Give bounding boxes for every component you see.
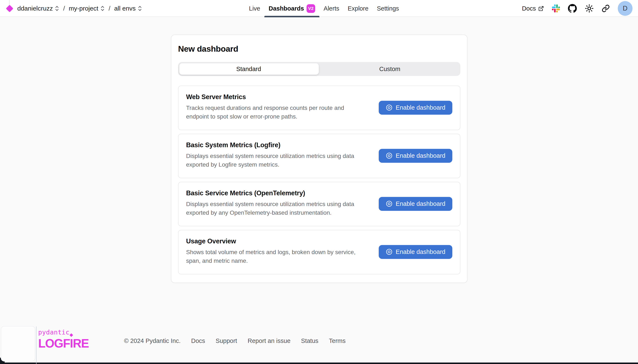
logfire-wordmark: LOGFIRE — [38, 338, 89, 350]
user-avatar-letter: D — [623, 5, 627, 12]
nav-tab-dashboards-label: Dashboards — [269, 5, 304, 12]
template-description: Displays essential system resource utili… — [186, 152, 376, 169]
nav-tab-settings-label: Settings — [377, 5, 399, 12]
eye-circle-icon — [386, 200, 393, 207]
docs-link-label: Docs — [522, 5, 536, 12]
footer-link-docs[interactable]: Docs — [191, 338, 205, 344]
breadcrumb-env-selector[interactable]: all envs — [114, 5, 142, 12]
nav-tab-live[interactable]: Live — [245, 0, 264, 17]
enable-dashboard-button[interactable]: Enable dashboard — [379, 100, 452, 114]
footer-link-status[interactable]: Status — [301, 338, 318, 344]
template-title: Basic System Metrics (Logfire) — [186, 141, 452, 149]
chevron-up-down-icon — [55, 5, 59, 12]
nav-tab-explore[interactable]: Explore — [343, 0, 373, 17]
breadcrumb-project-selector[interactable]: my-project — [69, 5, 105, 12]
topbar-right-cluster: Docs D — [522, 0, 632, 17]
nav-tab-explore-label: Explore — [348, 5, 368, 12]
docs-link[interactable]: Docs — [522, 5, 544, 12]
enable-dashboard-button[interactable]: Enable dashboard — [379, 245, 452, 259]
eye-circle-icon — [386, 152, 393, 159]
footer-copyright: © 2024 Pydantic Inc. — [124, 338, 181, 344]
template-card-web-server-metrics: Web Server Metrics Tracks request durati… — [178, 86, 460, 130]
logfire-wordmark-right: RE — [73, 338, 89, 350]
dashboard-template-list: Web Server Metrics Tracks request durati… — [178, 86, 460, 274]
footer-links: © 2024 Pydantic Inc. Docs Support Report… — [124, 338, 346, 344]
breadcrumb-env-label: all envs — [114, 5, 136, 12]
user-avatar[interactable]: D — [618, 1, 632, 16]
theme-sun-icon[interactable] — [585, 4, 594, 13]
chevron-up-down-icon — [100, 5, 105, 12]
footer-link-support[interactable]: Support — [216, 338, 237, 344]
template-description: Displays essential system resource utili… — [186, 200, 376, 217]
template-title: Basic Service Metrics (OpenTelemetry) — [186, 190, 452, 197]
page-title: New dashboard — [178, 44, 460, 54]
chevron-up-down-icon — [138, 5, 142, 12]
dashboard-type-toggle: Standard Custom — [178, 62, 460, 76]
footer-dark-strip — [0, 362, 638, 364]
footer-link-report-an-issue[interactable]: Report an issue — [248, 338, 291, 344]
template-card-basic-system-metrics: Basic System Metrics (Logfire) Displays … — [178, 134, 460, 178]
logfire-diamond-logo-icon — [6, 5, 13, 12]
footer-link-terms[interactable]: Terms — [329, 338, 346, 344]
tab-custom[interactable]: Custom — [319, 62, 460, 76]
template-title: Usage Overview — [186, 238, 452, 245]
template-title: Web Server Metrics — [186, 93, 452, 101]
enable-dashboard-button[interactable]: Enable dashboard — [379, 197, 452, 211]
v2-badge: V2 — [307, 4, 315, 13]
slack-icon[interactable] — [552, 4, 560, 12]
breadcrumb-org-label: ddanielcruzz — [17, 5, 53, 12]
nav-tab-alerts-label: Alerts — [324, 5, 339, 12]
tab-custom-label: Custom — [379, 66, 400, 72]
logfire-wordmark-i: I — [70, 336, 73, 350]
logfire-wordmark-left: LOGF — [38, 338, 70, 350]
external-link-icon — [538, 6, 544, 12]
breadcrumb: ddanielcruzz / my-project / all envs — [7, 0, 142, 17]
template-card-usage-overview: Usage Overview Shows total volume of met… — [178, 230, 460, 274]
enable-dashboard-button-label: Enable dashboard — [396, 104, 445, 111]
enable-dashboard-button-label: Enable dashboard — [396, 152, 445, 159]
tab-standard-label: Standard — [236, 66, 261, 72]
template-card-basic-service-metrics: Basic Service Metrics (OpenTelemetry) Di… — [178, 182, 460, 226]
breadcrumb-project-label: my-project — [69, 5, 98, 12]
top-navigation-bar: ddanielcruzz / my-project / all envs Liv… — [0, 0, 638, 17]
new-dashboard-panel: New dashboard Standard Custom Web Server… — [171, 34, 467, 283]
footer-corner-widget — [1, 326, 35, 362]
template-description: Tracks request durations and response co… — [186, 104, 376, 121]
tab-standard[interactable]: Standard — [178, 62, 319, 76]
breadcrumb-org-selector[interactable]: ddanielcruzz — [17, 5, 59, 12]
enable-dashboard-button-label: Enable dashboard — [396, 248, 445, 256]
footer-vertical-rule — [36, 326, 37, 364]
link-icon[interactable] — [602, 4, 610, 12]
pydantic-wordmark: pydantic — [38, 328, 89, 336]
enable-dashboard-button[interactable]: Enable dashboard — [379, 149, 452, 162]
eye-circle-icon — [386, 104, 393, 111]
nav-tab-dashboards[interactable]: Dashboards V2 — [264, 0, 319, 17]
primary-nav: Live Dashboards V2 Alerts Explore Settin… — [245, 0, 403, 17]
github-icon[interactable] — [568, 4, 577, 13]
enable-dashboard-button-label: Enable dashboard — [396, 200, 445, 207]
logfire-footer-logo[interactable]: pydantic LOGFIRE — [38, 328, 89, 350]
nav-tab-alerts[interactable]: Alerts — [319, 0, 343, 17]
eye-circle-icon — [386, 248, 393, 256]
nav-tab-live-label: Live — [249, 5, 260, 12]
template-description: Shows total volume of metrics and logs, … — [186, 248, 376, 265]
breadcrumb-separator: / — [108, 5, 111, 12]
breadcrumb-separator: / — [62, 5, 66, 12]
nav-tab-settings[interactable]: Settings — [373, 0, 403, 17]
